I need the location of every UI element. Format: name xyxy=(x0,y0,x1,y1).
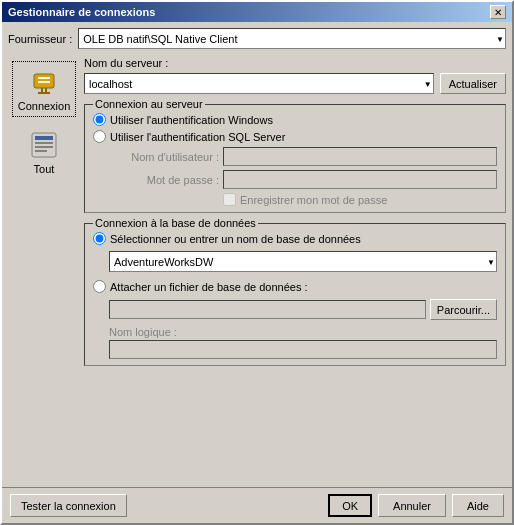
username-row: Nom d'utilisateur : xyxy=(93,147,497,166)
cancel-button[interactable]: Annuler xyxy=(378,494,446,517)
sidebar: Connexion Tout xyxy=(8,57,80,481)
provider-select[interactable]: OLE DB natif\SQL Native Client xyxy=(78,28,506,49)
password-row: Mot de passe : xyxy=(93,170,497,189)
db-name-select[interactable]: AdventureWorksDW xyxy=(109,251,497,272)
auth-group-title: Connexion au serveur xyxy=(93,98,205,110)
save-password-label[interactable]: Enregistrer mon mot de passe xyxy=(240,194,387,206)
main-window: Gestionnaire de connexions ✕ Fournisseur… xyxy=(0,0,514,525)
save-password-checkbox[interactable] xyxy=(223,193,236,206)
auth-windows-radio[interactable] xyxy=(93,113,106,126)
db-radio-select-row: Sélectionner ou entrer un nom de base de… xyxy=(93,232,497,245)
help-button[interactable]: Aide xyxy=(452,494,504,517)
server-name-label: Nom du serveur : xyxy=(84,57,506,69)
username-input[interactable] xyxy=(223,147,497,166)
provider-select-wrapper: OLE DB natif\SQL Native Client xyxy=(78,28,506,49)
server-name-row: localhost Actualiser xyxy=(84,73,506,94)
sidebar-item-connexion[interactable]: Connexion xyxy=(12,61,76,117)
tout-icon xyxy=(28,129,60,161)
svg-rect-1 xyxy=(38,77,50,79)
db-radio-group: Sélectionner ou entrer un nom de base de… xyxy=(93,232,497,359)
bottom-bar: Tester la connexion OK Annuler Aide xyxy=(2,487,512,523)
browse-button[interactable]: Parcourir... xyxy=(430,299,497,320)
db-attach-label[interactable]: Attacher un fichier de base de données : xyxy=(110,281,308,293)
window-title: Gestionnaire de connexions xyxy=(8,6,155,18)
auth-group-box: Connexion au serveur Utiliser l'authenti… xyxy=(84,104,506,213)
server-name-select[interactable]: localhost xyxy=(84,73,434,94)
provider-row: Fournisseur : OLE DB natif\SQL Native Cl… xyxy=(8,28,506,49)
svg-rect-8 xyxy=(35,142,53,144)
refresh-button[interactable]: Actualiser xyxy=(440,73,506,94)
db-group-box: Connexion à la base de données Sélection… xyxy=(84,223,506,366)
svg-rect-4 xyxy=(45,88,47,92)
auth-radio-sql-row: Utiliser l'authentification SQL Server xyxy=(93,130,497,143)
sidebar-item-tout[interactable]: Tout xyxy=(12,125,76,179)
title-bar: Gestionnaire de connexions ✕ xyxy=(2,2,512,22)
auth-sql-radio[interactable] xyxy=(93,130,106,143)
auth-sql-label[interactable]: Utiliser l'authentification SQL Server xyxy=(110,131,285,143)
save-password-row: Enregistrer mon mot de passe xyxy=(93,193,497,206)
db-radio-attach-row: Attacher un fichier de base de données : xyxy=(93,280,497,293)
auth-radio-windows-row: Utiliser l'authentification Windows xyxy=(93,113,497,126)
logical-name-label: Nom logique : xyxy=(109,326,497,338)
logical-name-row: Nom logique : xyxy=(93,326,497,359)
svg-rect-5 xyxy=(38,92,50,94)
svg-rect-3 xyxy=(41,88,43,92)
password-label: Mot de passe : xyxy=(109,174,219,186)
svg-rect-7 xyxy=(35,136,53,140)
db-select-label[interactable]: Sélectionner ou entrer un nom de base de… xyxy=(110,233,361,245)
auth-radio-group: Utiliser l'authentification Windows Util… xyxy=(93,113,497,143)
db-attach-row: Parcourir... xyxy=(93,299,497,320)
db-select-radio[interactable] xyxy=(93,232,106,245)
db-group-title: Connexion à la base de données xyxy=(93,217,258,229)
auth-windows-label[interactable]: Utiliser l'authentification Windows xyxy=(110,114,273,126)
db-attach-radio[interactable] xyxy=(93,280,106,293)
content-area: Fournisseur : OLE DB natif\SQL Native Cl… xyxy=(2,22,512,487)
main-body: Connexion Tout N xyxy=(8,57,506,481)
ok-button[interactable]: OK xyxy=(328,494,372,517)
sidebar-tout-label: Tout xyxy=(34,163,55,175)
db-select-row: AdventureWorksDW xyxy=(93,251,497,272)
close-button[interactable]: ✕ xyxy=(490,5,506,19)
connexion-icon xyxy=(28,66,60,98)
test-connection-button[interactable]: Tester la connexion xyxy=(10,494,127,517)
db-attach-input[interactable] xyxy=(109,300,426,319)
right-panel: Nom du serveur : localhost Actualiser Co… xyxy=(84,57,506,481)
sidebar-connexion-label: Connexion xyxy=(18,100,71,112)
svg-rect-2 xyxy=(38,81,50,83)
server-name-select-wrapper: localhost xyxy=(84,73,434,94)
password-input[interactable] xyxy=(223,170,497,189)
provider-label: Fournisseur : xyxy=(8,33,72,45)
logical-name-input[interactable] xyxy=(109,340,497,359)
server-section: Nom du serveur : localhost Actualiser xyxy=(84,57,506,94)
svg-rect-9 xyxy=(35,146,53,148)
svg-rect-10 xyxy=(35,150,47,152)
username-label: Nom d'utilisateur : xyxy=(109,151,219,163)
db-select-wrapper: AdventureWorksDW xyxy=(109,251,497,272)
